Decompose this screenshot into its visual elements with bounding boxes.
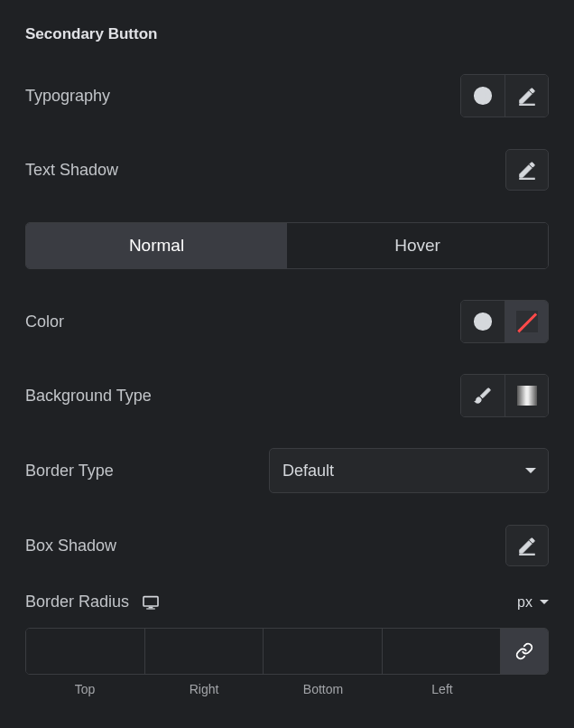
background-classic-button[interactable] <box>461 375 505 416</box>
typography-row: Typography <box>25 74 549 117</box>
svg-rect-8 <box>149 606 153 608</box>
border-radius-inputs <box>25 628 549 675</box>
section-title: Secondary Button <box>25 25 549 43</box>
typography-globe-button[interactable] <box>461 75 505 117</box>
tab-normal[interactable]: Normal <box>26 223 287 268</box>
gradient-icon <box>517 386 537 406</box>
svg-rect-6 <box>520 554 535 555</box>
state-tabs: Normal Hover <box>25 222 549 269</box>
border-radius-side-labels: Top Right Bottom Left <box>25 682 549 696</box>
border-type-label: Border Type <box>25 462 114 481</box>
globe-icon <box>473 312 493 331</box>
label-bottom: Bottom <box>264 682 383 696</box>
svg-rect-2 <box>519 104 534 105</box>
border-type-select[interactable]: Default <box>269 448 549 493</box>
color-globe-button[interactable] <box>461 301 505 342</box>
color-swatch-button[interactable] <box>505 301 548 342</box>
svg-rect-7 <box>144 596 158 605</box>
tab-hover[interactable]: Hover <box>287 223 548 268</box>
box-shadow-edit-button[interactable] <box>505 525 549 566</box>
brush-icon <box>473 386 493 406</box>
svg-rect-9 <box>146 608 155 609</box>
globe-icon <box>473 86 493 106</box>
label-top: Top <box>25 682 144 696</box>
border-radius-label-row: Border Radius <box>25 593 160 611</box>
border-radius-left-input[interactable] <box>383 629 502 674</box>
border-radius-bottom-input[interactable] <box>264 629 383 674</box>
border-radius-top-input[interactable] <box>26 629 145 674</box>
background-gradient-button[interactable] <box>505 375 548 416</box>
box-shadow-label: Box Shadow <box>25 537 116 555</box>
text-shadow-label: Text Shadow <box>25 161 118 180</box>
link-values-button[interactable] <box>501 629 548 674</box>
pencil-icon <box>517 536 537 555</box>
label-right: Right <box>144 682 264 696</box>
text-shadow-row: Text Shadow <box>25 148 549 191</box>
typography-edit-button[interactable] <box>505 75 548 117</box>
pencil-icon <box>517 86 537 106</box>
border-radius-header: Border Radius px <box>25 593 549 611</box>
background-type-row: Background Type <box>25 374 549 417</box>
typography-label: Typography <box>25 87 110 106</box>
background-type-controls <box>460 374 549 417</box>
color-row: Color <box>25 300 549 343</box>
desktop-icon[interactable] <box>142 595 160 610</box>
typography-controls <box>460 74 549 117</box>
svg-rect-3 <box>520 178 535 179</box>
box-shadow-row: Box Shadow <box>25 524 549 567</box>
pencil-icon <box>517 160 537 180</box>
border-radius-label: Border Radius <box>25 593 129 611</box>
border-radius-unit-select[interactable]: px <box>517 594 549 611</box>
no-color-swatch-icon <box>516 311 538 332</box>
text-shadow-edit-button[interactable] <box>505 149 549 191</box>
border-radius-right-input[interactable] <box>145 629 264 674</box>
label-left: Left <box>383 682 502 696</box>
background-type-label: Background Type <box>25 387 152 406</box>
color-label: Color <box>25 313 64 331</box>
color-controls <box>460 300 549 343</box>
chevron-down-icon <box>540 600 549 604</box>
link-icon <box>515 642 533 660</box>
border-type-row: Border Type Default <box>25 448 549 493</box>
border-type-select-wrap: Default <box>269 448 549 493</box>
